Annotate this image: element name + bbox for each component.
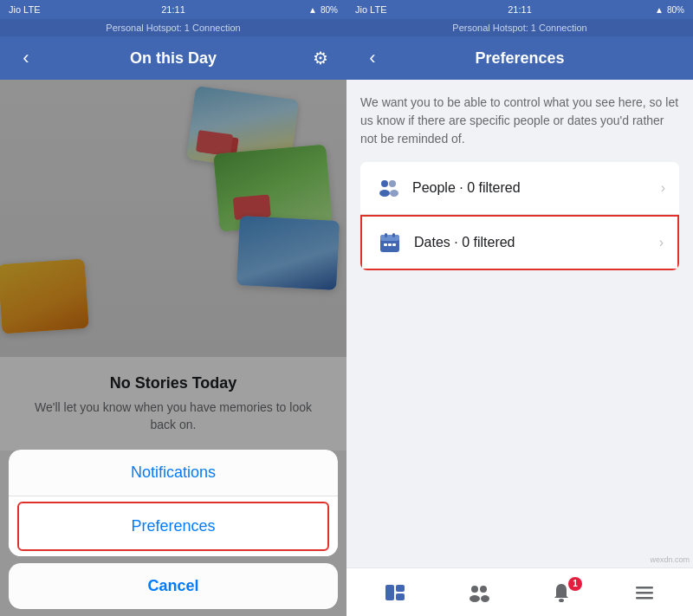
left-hotspot-text: Personal Hotspot: 1 Connection xyxy=(106,23,240,33)
gear-icon: ⚙ xyxy=(313,48,328,68)
left-back-button[interactable]: ‹ xyxy=(14,46,38,70)
svg-point-15 xyxy=(470,595,480,602)
svg-rect-8 xyxy=(384,243,387,246)
right-status-bar: Jio LTE 21:11 ▲ 80% xyxy=(346,0,693,19)
left-status-icons: ▲ 80% xyxy=(308,5,338,15)
svg-rect-7 xyxy=(392,233,395,237)
dates-pref-item[interactable]: Dates · 0 filtered › xyxy=(360,215,679,270)
right-hotspot-bar: Personal Hotspot: 1 Connection xyxy=(346,19,693,36)
preferences-description: We want you to be able to control what y… xyxy=(360,94,679,148)
right-back-icon: ‹ xyxy=(369,47,375,69)
dates-chevron-icon: › xyxy=(659,235,664,250)
left-carrier: Jio LTE xyxy=(9,4,40,15)
right-carrier: Jio LTE xyxy=(355,4,386,15)
right-header: ‹ Preferences xyxy=(346,36,693,80)
right-content: We want you to be able to control what y… xyxy=(346,80,693,567)
preferences-action-item[interactable]: Preferences xyxy=(17,502,329,551)
left-header-title: On this Day xyxy=(130,49,217,68)
left-header: ‹ On this Day ⚙ xyxy=(0,36,346,80)
left-content: No Stories Today We'll let you know when… xyxy=(0,80,346,616)
preferences-list: People · 0 filtered › Dates · 0 xyxy=(360,162,679,270)
left-hotspot-bar: Personal Hotspot: 1 Connection xyxy=(0,19,346,36)
action-sheet: Notifications Preferences Cancel xyxy=(9,450,338,609)
right-signal-icon: ▲ xyxy=(655,5,664,15)
svg-point-14 xyxy=(471,586,478,593)
svg-point-0 xyxy=(381,180,388,187)
right-hotspot-text: Personal Hotspot: 1 Connection xyxy=(452,23,586,33)
right-status-icons: ▲ 80% xyxy=(655,5,684,15)
tab-feed[interactable] xyxy=(369,574,421,612)
svg-point-1 xyxy=(379,190,390,197)
left-time: 21:11 xyxy=(161,4,185,15)
svg-rect-9 xyxy=(388,243,392,246)
dates-pref-label: Dates · 0 filtered xyxy=(414,235,659,250)
tab-notifications[interactable]: 1 xyxy=(535,574,587,612)
people-pref-label: People · 0 filtered xyxy=(412,180,661,196)
svg-rect-12 xyxy=(396,585,405,592)
svg-rect-6 xyxy=(385,233,387,237)
svg-rect-20 xyxy=(636,592,653,594)
people-pref-item[interactable]: People · 0 filtered › xyxy=(360,162,679,215)
left-status-bar: Jio LTE 21:11 ▲ 80% xyxy=(0,0,346,19)
left-signal-icon: ▲ xyxy=(308,5,317,15)
settings-button[interactable]: ⚙ xyxy=(308,46,333,70)
right-time: 21:11 xyxy=(508,4,532,15)
right-header-title: Preferences xyxy=(475,49,564,68)
right-battery: 80% xyxy=(667,5,684,15)
notifications-action-item[interactable]: Notifications xyxy=(9,450,338,496)
svg-point-16 xyxy=(480,586,487,593)
svg-point-18 xyxy=(559,599,564,602)
dates-icon xyxy=(376,229,404,256)
tab-bar: 1 xyxy=(346,567,693,616)
people-chevron-icon: › xyxy=(661,180,665,196)
svg-rect-21 xyxy=(636,597,653,600)
tab-menu[interactable] xyxy=(619,574,670,612)
left-battery: 80% xyxy=(321,5,338,15)
svg-rect-10 xyxy=(392,243,396,246)
svg-rect-11 xyxy=(385,585,394,600)
svg-rect-5 xyxy=(380,235,399,241)
people-icon xyxy=(374,174,402,202)
tab-friends[interactable] xyxy=(452,574,504,612)
right-back-button[interactable]: ‹ xyxy=(360,46,385,70)
svg-rect-19 xyxy=(636,587,653,589)
notification-badge: 1 xyxy=(568,577,582,591)
watermark: wexdn.com xyxy=(650,555,690,564)
svg-rect-13 xyxy=(396,593,405,600)
svg-point-17 xyxy=(481,595,489,602)
svg-point-3 xyxy=(390,190,398,197)
left-panel: Jio LTE 21:11 ▲ 80% Personal Hotspot: 1 … xyxy=(0,0,346,616)
action-sheet-options: Notifications Preferences xyxy=(9,450,338,556)
cancel-action-item[interactable]: Cancel xyxy=(9,563,338,609)
right-panel: Jio LTE 21:11 ▲ 80% Personal Hotspot: 1 … xyxy=(346,0,693,616)
left-back-icon: ‹ xyxy=(23,47,29,69)
svg-point-2 xyxy=(389,180,396,187)
